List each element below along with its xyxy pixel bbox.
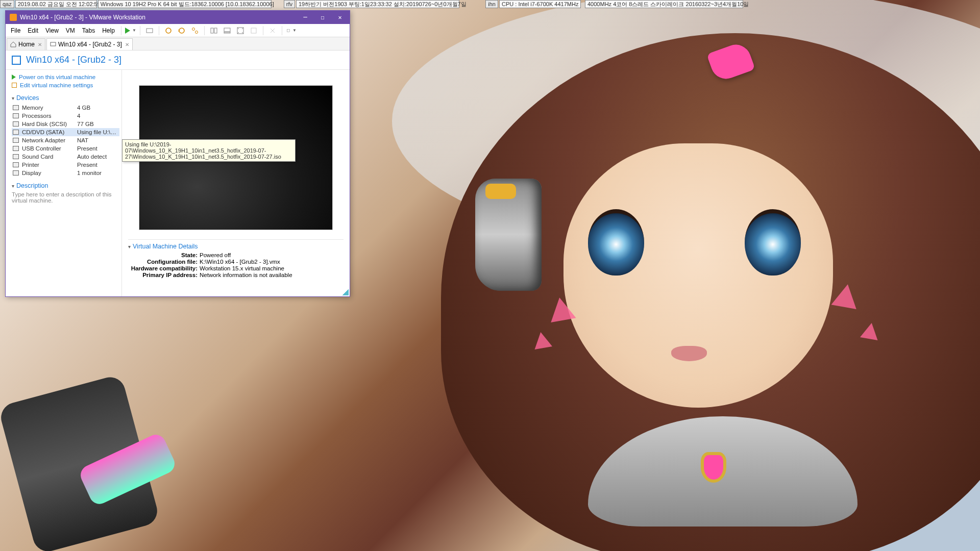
detail-ip-label: Primary IP address:	[128, 272, 200, 278]
cd-dvd-tooltip: Using file U:\2019-07\Windows_10_K_19H1_…	[122, 139, 296, 162]
menu-view[interactable]: View	[42, 26, 62, 35]
network-icon	[13, 138, 19, 143]
menu-help[interactable]: Help	[99, 26, 118, 35]
tab-vm[interactable]: Win10 x64 - [Grub2 - 3] ✕	[46, 38, 133, 50]
overlay-rfv-label: rfv	[284, 0, 295, 8]
main-panel: Virtual Machine Details State:Powered of…	[122, 70, 350, 296]
show-thumbnail-button[interactable]	[221, 25, 233, 36]
vmware-workstation-window: Win10 x64 - [Grub2 - 3] - VMware Worksta…	[5, 10, 350, 297]
vm-status-icon	[12, 56, 21, 65]
close-icon[interactable]: ✕	[125, 42, 129, 47]
overlay-ihn-label: ihn	[485, 0, 498, 8]
power-on-link[interactable]: Power on this virtual machine	[12, 73, 119, 81]
content-area: Win10 x64 - [Grub2 - 3] Power on this vi…	[6, 51, 350, 296]
device-printer[interactable]: PrinterPresent	[12, 161, 119, 169]
dropdown-icon: ▼	[292, 28, 297, 33]
device-processors[interactable]: Processors4	[12, 112, 119, 120]
svg-rect-12	[51, 42, 56, 46]
svg-point-1	[166, 28, 171, 33]
svg-point-3	[192, 28, 194, 30]
device-sound-card[interactable]: Sound CardAuto detect	[12, 153, 119, 161]
device-display[interactable]: Display1 monitor	[12, 169, 119, 177]
snapshot-manager-button[interactable]	[189, 25, 201, 36]
titlebar[interactable]: Win10 x64 - [Grub2 - 3] - VMware Worksta…	[6, 11, 350, 24]
snapshot-button[interactable]	[162, 25, 175, 36]
play-icon	[12, 74, 16, 80]
svg-rect-5	[211, 28, 213, 33]
detail-config-label: Configuration file:	[128, 259, 200, 265]
display-icon	[13, 170, 19, 176]
svg-rect-6	[214, 28, 217, 33]
tabbar: Home ✕ Win10 x64 - [Grub2 - 3] ✕	[6, 37, 350, 51]
device-hard-disk[interactable]: Hard Disk (SCSI)77 GB	[12, 120, 119, 128]
stretch-button[interactable]	[266, 25, 279, 36]
unity-button[interactable]	[248, 25, 260, 36]
tab-home-label: Home	[18, 41, 35, 48]
overlay-datetime: 2019.08.02 금요일 오전 12:02:59	[15, 0, 97, 8]
detail-hw-label: Hardware compatibility:	[128, 265, 200, 271]
memory-icon	[13, 105, 19, 110]
svg-rect-11	[287, 29, 289, 32]
fullscreen-button[interactable]	[234, 25, 247, 36]
svg-rect-8	[224, 32, 230, 33]
minimize-button[interactable]: ─	[297, 11, 314, 24]
sound-icon	[13, 154, 19, 159]
close-button[interactable]: ✕	[331, 11, 349, 24]
tab-vm-label: Win10 x64 - [Grub2 - 3]	[58, 41, 122, 48]
detail-ip-value: Network information is not available	[200, 272, 344, 278]
overlay-qaz-label: qaz	[0, 0, 14, 8]
menu-tabs[interactable]: Tabs	[79, 26, 98, 35]
svg-rect-0	[146, 29, 153, 33]
dropdown-icon: ▼	[132, 28, 136, 33]
view-cycle-button[interactable]: ▼	[285, 25, 298, 36]
usb-icon	[13, 146, 19, 151]
wrench-icon	[12, 83, 17, 88]
svg-rect-7	[224, 28, 230, 32]
maximize-button[interactable]: ☐	[314, 11, 331, 24]
menu-file[interactable]: File	[8, 26, 23, 35]
vm-icon	[50, 41, 56, 47]
sidebar: Power on this virtual machine Edit virtu…	[6, 70, 122, 296]
description-section-header[interactable]: Description	[12, 182, 119, 189]
edit-settings-link[interactable]: Edit virtual machine settings	[12, 81, 119, 89]
desktop-status-overlay: qaz 2019.08.02 금요일 오전 12:02:59 Windows 1…	[0, 0, 743, 8]
detail-state-label: State:	[128, 252, 200, 258]
detail-config-value: K:\Win10 x64 - [Grub2 - 3].vmx	[200, 259, 344, 265]
cpu-icon	[13, 113, 19, 118]
printer-icon	[13, 162, 19, 167]
device-cd-dvd[interactable]: CD/DVD (SATA)Using file U:\20...	[12, 128, 119, 136]
vm-details-header[interactable]: Virtual Machine Details	[128, 243, 344, 250]
show-library-button[interactable]	[208, 25, 220, 36]
vm-header: Win10 x64 - [Grub2 - 3]	[6, 51, 350, 69]
disk-icon	[13, 121, 19, 127]
svg-point-4	[195, 31, 198, 33]
revert-snapshot-button[interactable]	[176, 25, 188, 36]
play-icon	[125, 28, 130, 34]
device-memory[interactable]: Memory4 GB	[12, 104, 119, 112]
svg-rect-10	[251, 28, 256, 33]
device-network-adapter[interactable]: Network AdapterNAT	[12, 136, 119, 144]
cd-icon	[13, 130, 19, 135]
device-usb-controller[interactable]: USB ControllerPresent	[12, 144, 119, 153]
vm-details-section: Virtual Machine Details State:Powered of…	[128, 239, 344, 279]
vm-title: Win10 x64 - [Grub2 - 3]	[26, 55, 121, 65]
overlay-uptime: 19하반기 버전1903 부팅:1일23:33:32 설치:20190726~0…	[296, 0, 459, 8]
detail-state-value: Powered off	[200, 252, 344, 258]
close-icon[interactable]: ✕	[38, 42, 42, 47]
menubar: File Edit View VM Tabs Help ▼ ▼	[6, 24, 350, 37]
app-logo-icon	[10, 14, 17, 21]
devices-section-header[interactable]: Devices	[12, 94, 119, 102]
send-ctrl-alt-del-button[interactable]	[143, 25, 156, 36]
description-placeholder[interactable]: Type here to enter a description of this…	[12, 191, 119, 204]
overlay-cpu-details: 4000MHz 4코어 8스레드 스카이레이크 20160322~3년4개월10…	[585, 0, 743, 8]
window-title: Win10 x64 - [Grub2 - 3] - VMware Worksta…	[20, 14, 297, 21]
resize-grip[interactable]	[342, 289, 349, 295]
power-button[interactable]: ▼	[125, 25, 137, 36]
tab-home[interactable]: Home ✕	[7, 38, 45, 50]
overlay-os-build: Windows 10 19H2 Pro K 64 bit 빌드:18362.10…	[98, 0, 272, 8]
home-icon	[10, 41, 16, 47]
svg-point-2	[179, 28, 184, 33]
detail-hw-value: Workstation 15.x virtual machine	[200, 265, 344, 271]
menu-vm[interactable]: VM	[63, 26, 78, 35]
menu-edit[interactable]: Edit	[24, 26, 41, 35]
